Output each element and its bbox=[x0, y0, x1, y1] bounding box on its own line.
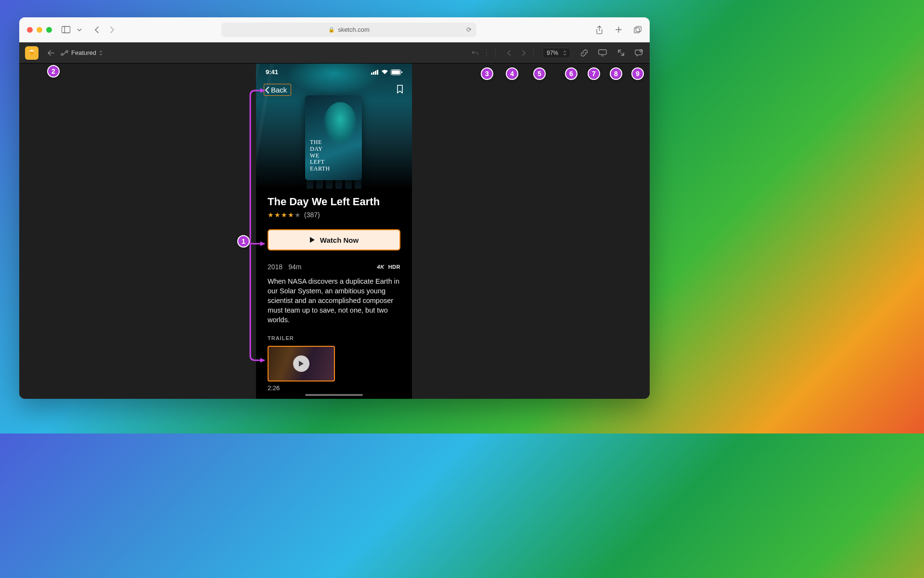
signal-icon bbox=[371, 69, 379, 75]
flow-nav-group bbox=[504, 48, 534, 58]
comments-icon[interactable] bbox=[634, 48, 644, 58]
poster-title-text: THE DAY WE LEFT EARTH bbox=[310, 139, 330, 172]
url-host-text: sketch.com bbox=[338, 26, 370, 33]
svg-rect-0 bbox=[62, 26, 70, 33]
safari-toolbar: 🔒 sketch.com ⟳ bbox=[19, 17, 650, 42]
svg-rect-13 bbox=[392, 70, 400, 74]
movie-poster: THE DAY WE LEFT EARTH bbox=[305, 95, 362, 180]
browser-window: 🔒 sketch.com ⟳ bbox=[19, 17, 650, 399]
movie-detail-content: The Day We Left Earth ★★★★★ (387) Watch … bbox=[256, 196, 412, 399]
zoom-control[interactable]: 97% bbox=[542, 48, 571, 58]
svg-rect-8 bbox=[371, 73, 372, 75]
status-bar: 9:41 bbox=[256, 68, 412, 76]
tabs-overview-icon[interactable] bbox=[633, 26, 642, 34]
svg-rect-9 bbox=[373, 72, 374, 75]
annotation-balloon: 7 bbox=[588, 67, 600, 80]
url-bar[interactable]: 🔒 sketch.com ⟳ bbox=[221, 23, 476, 37]
sidebar-toggle-icon[interactable] bbox=[62, 26, 70, 34]
bookmark-icon[interactable] bbox=[397, 85, 403, 93]
window-controls bbox=[27, 27, 52, 33]
annotation-balloon: 4 bbox=[506, 67, 518, 80]
breadcrumb-chevron-icon bbox=[99, 50, 103, 56]
minimize-window-button[interactable] bbox=[37, 27, 42, 33]
battery-icon bbox=[391, 69, 402, 75]
sidebar-dropdown-chevron-icon[interactable] bbox=[75, 26, 84, 34]
svg-rect-10 bbox=[375, 71, 376, 75]
share-icon[interactable] bbox=[595, 26, 603, 34]
annotation-balloon: 6 bbox=[565, 67, 578, 80]
badge-4k: 4K bbox=[377, 264, 385, 270]
svg-rect-6 bbox=[599, 50, 606, 54]
sketch-toolbar: Featured ⋮ bbox=[19, 42, 650, 64]
status-time: 9:41 bbox=[266, 68, 278, 76]
release-year: 2018 bbox=[268, 263, 282, 271]
link-icon[interactable] bbox=[579, 48, 589, 58]
reload-icon[interactable]: ⟳ bbox=[466, 26, 472, 33]
sketch-back-button[interactable] bbox=[46, 48, 56, 58]
svg-rect-14 bbox=[401, 71, 402, 73]
annotation-balloon: 8 bbox=[610, 67, 622, 80]
browser-back-button[interactable] bbox=[92, 26, 101, 34]
hero-image: 9:41 Back bbox=[256, 64, 412, 189]
svg-rect-2 bbox=[634, 27, 640, 33]
expand-icon[interactable] bbox=[616, 48, 626, 58]
flow-next-button[interactable] bbox=[519, 48, 528, 58]
svg-point-5 bbox=[66, 51, 68, 53]
undo-button[interactable] bbox=[470, 48, 480, 58]
home-indicator bbox=[305, 394, 363, 396]
close-window-button[interactable] bbox=[27, 27, 33, 33]
badge-hdr: HDR bbox=[388, 264, 400, 270]
watch-now-button[interactable]: Watch Now bbox=[268, 229, 400, 250]
fullscreen-window-button[interactable] bbox=[46, 27, 52, 33]
rating-row: ★★★★★ (387) bbox=[268, 211, 400, 219]
sketch-logo-icon[interactable] bbox=[25, 46, 38, 60]
annotation-balloon: 5 bbox=[533, 67, 546, 80]
trailer-section-label: TRAILER bbox=[268, 335, 400, 341]
play-icon bbox=[309, 236, 315, 243]
back-label: Back bbox=[271, 86, 287, 94]
annotation-balloon: 1 bbox=[237, 235, 250, 248]
wifi-icon bbox=[381, 69, 388, 75]
trailer-thumbnail[interactable] bbox=[268, 346, 335, 381]
star-rating: ★★★★★ bbox=[268, 211, 301, 219]
svg-point-4 bbox=[61, 53, 63, 55]
sketch-canvas[interactable]: 9:41 Back bbox=[19, 64, 650, 399]
phone-artboard: 9:41 Back bbox=[256, 64, 412, 399]
browser-forward-button[interactable] bbox=[108, 26, 116, 34]
flow-icon bbox=[61, 50, 68, 56]
lock-icon: 🔒 bbox=[328, 26, 335, 33]
rating-count: (387) bbox=[304, 211, 320, 219]
meta-row: 2018 94m 4K HDR bbox=[268, 263, 400, 271]
watch-now-label: Watch Now bbox=[320, 236, 359, 244]
breadcrumb-label: Featured bbox=[71, 49, 96, 56]
movie-description: When NASA discovers a duplicate Earth in… bbox=[268, 276, 400, 325]
new-tab-icon[interactable] bbox=[614, 26, 623, 34]
trailer-duration: 2:26 bbox=[268, 384, 400, 392]
trailer-play-icon bbox=[293, 355, 309, 372]
breadcrumb[interactable]: Featured bbox=[61, 49, 103, 56]
zoom-value: 97% bbox=[547, 50, 558, 56]
flow-prev-button[interactable] bbox=[504, 48, 514, 58]
movie-title: The Day We Left Earth bbox=[268, 196, 400, 208]
annotation-balloon: 2 bbox=[47, 65, 60, 78]
annotation-balloon: 9 bbox=[631, 67, 644, 80]
runtime: 94m bbox=[288, 263, 301, 271]
present-icon[interactable] bbox=[598, 48, 607, 58]
svg-rect-11 bbox=[377, 70, 378, 75]
undo-redo-group: ⋮ bbox=[470, 48, 496, 58]
annotation-balloon: 3 bbox=[481, 67, 493, 80]
svg-rect-3 bbox=[636, 26, 641, 31]
back-button[interactable]: Back bbox=[264, 84, 291, 96]
sketch-app: Featured ⋮ bbox=[19, 42, 650, 399]
